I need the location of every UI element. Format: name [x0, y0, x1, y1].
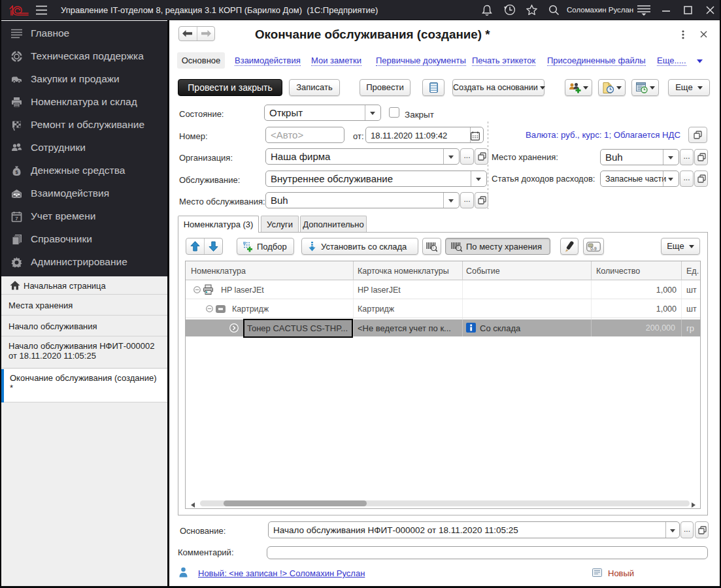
svg-text:7: 7	[15, 216, 18, 221]
svg-text:0-9: 0-9	[590, 246, 597, 251]
